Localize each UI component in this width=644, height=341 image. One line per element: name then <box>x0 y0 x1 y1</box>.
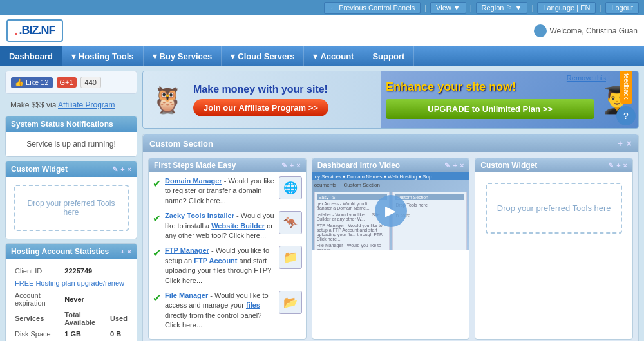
first-steps-remove-icon[interactable]: × <box>296 161 300 170</box>
banner-left-text: Make money with your site! Join our Affi… <box>193 84 328 116</box>
google-plus-btn[interactable]: G+1 <box>57 77 77 88</box>
video-thumbnail[interactable]: uy Services ▾ Domain Names ▾ Web Hosting… <box>312 172 469 250</box>
disk-space-label: Disk Space <box>12 329 61 339</box>
website-builder-link[interactable]: Website Builder <box>211 222 265 230</box>
check-icon: ✔ <box>153 178 161 190</box>
step-zacky-tools: ✔ Zacky Tools Installer - Would you like… <box>153 211 302 241</box>
plan-upgrade-link[interactable]: FREE Hosting plan upgrade/renew <box>12 277 130 289</box>
ftp-account-link[interactable]: FTP Account <box>194 257 237 264</box>
stats-remove-icon[interactable]: × <box>128 248 131 255</box>
hosting-stats-table: Client ID 2225749 FREE Hosting plan upgr… <box>11 264 131 341</box>
step-file-manager: ✔ File Manager - Would you like to acces… <box>153 291 302 331</box>
dashboard-video-widget: Dashboard Intro Video ✎ + × uy Services … <box>312 158 470 340</box>
welcome-text: Welcome, Christina Guan <box>534 24 638 37</box>
custom-widget-main-body: Drop your preferred Tools here <box>475 172 632 244</box>
upgrade-btn[interactable]: UPGRADE to Unlimited Plan >> <box>386 99 594 119</box>
hosting-stats-body: Client ID 2225749 FREE Hosting plan upgr… <box>6 259 137 341</box>
main-nav: Dashboard ▾Hosting Tools ▾Buy Services ▾… <box>0 46 644 66</box>
header: ..BIZ.NF Welcome, Christina Guan <box>0 15 644 46</box>
first-steps-add-icon[interactable]: + <box>290 161 294 170</box>
system-status-body: Service is up and running! <box>6 132 137 156</box>
disk-space-used: 0 B <box>108 329 130 339</box>
view-btn[interactable]: View ▼ <box>430 2 466 14</box>
first-steps-widget: First Steps Made Easy ✎ + × ✔ Domain Man… <box>148 158 307 340</box>
nav-support[interactable]: Support <box>363 46 414 66</box>
hosting-stats-header: Hosting Account Statistics + × <box>6 244 137 259</box>
check-icon-4: ✔ <box>153 292 161 304</box>
custom-section-remove-icon[interactable]: × <box>627 138 632 149</box>
sidebar: 👍 Like 12 G+1 440 Make $$$ via Affiliate… <box>5 71 137 341</box>
previous-panels-btn[interactable]: ← Previous Control Panels <box>324 2 421 14</box>
affiliate-join-btn[interactable]: Join our Affiliate Program >> <box>193 99 328 116</box>
video-edit-icon[interactable]: ✎ <box>444 161 450 170</box>
logout-btn[interactable]: Logout <box>605 2 639 14</box>
col-total: Total Available <box>62 309 106 327</box>
step-domain-manager: ✔ Domain Manager - Would you like to reg… <box>153 176 302 206</box>
affiliate-program-link[interactable]: Affiliate Program <box>58 100 115 109</box>
check-icon-2: ✔ <box>153 212 161 225</box>
video-add-icon[interactable]: + <box>453 161 457 170</box>
nav-account[interactable]: ▾Account <box>304 46 363 66</box>
custom-widget-header: Custom Widget ✎ + × <box>6 161 137 177</box>
zacky-tools-link[interactable]: Zacky Tools Installer <box>165 212 234 219</box>
video-play-btn[interactable]: ▶ <box>375 195 407 227</box>
ftp-manager-icon: 📁 <box>279 246 302 269</box>
ftp-manager-link[interactable]: FTP Manager <box>165 246 209 254</box>
client-id-value: 2225749 <box>62 266 130 276</box>
facebook-like-btn[interactable]: 👍 Like 12 <box>11 77 53 88</box>
system-status-box: System Status Notifications Service is u… <box>5 116 137 157</box>
custom-main-edit-icon[interactable]: ✎ <box>608 161 614 170</box>
custom-section-icons: + × <box>618 138 632 149</box>
domain-manager-icon: 🌐 <box>279 176 302 199</box>
share-count: 440 <box>80 77 101 88</box>
feedback-tab[interactable]: feedback <box>620 71 632 104</box>
step-ftp-manager: ✔ FTP Manager - Would you like to setup … <box>153 246 302 286</box>
hosting-stats-box: Hosting Account Statistics + × Client ID… <box>5 243 137 341</box>
remove-icon[interactable]: × <box>128 165 131 174</box>
expiry-value: Never <box>62 290 130 308</box>
add-icon[interactable]: + <box>120 165 124 174</box>
owl-mascot-icon: 🦉 <box>148 77 187 122</box>
logo: ..BIZ.NF <box>6 19 63 42</box>
feedback-panel: feedback ? <box>616 71 636 125</box>
custom-widget-main-header: Custom Widget ✎ + × <box>475 158 632 172</box>
status-message: Service is up and running! <box>11 137 131 151</box>
language-btn[interactable]: Language | EN <box>537 2 596 14</box>
dashboard-video-body: uy Services ▾ Domain Names ▾ Web Hosting… <box>312 172 469 250</box>
check-icon-3: ✔ <box>153 247 161 259</box>
support-icon[interactable]: ? <box>616 106 636 125</box>
nav-hosting-tools[interactable]: ▾Hosting Tools <box>62 46 144 66</box>
affiliate-promo-text: Make $$$ via Affiliate Program <box>5 98 137 112</box>
nav-buy-services[interactable]: ▾Buy Services <box>144 46 222 66</box>
custom-widget-body: Drop your preferred Tools here <box>6 177 137 239</box>
first-steps-body: ✔ Domain Manager - Would you like to reg… <box>149 172 306 339</box>
domain-manager-link[interactable]: Domain Manager <box>165 177 222 185</box>
remove-this-link[interactable]: Remove this <box>567 74 606 82</box>
files-link[interactable]: files <box>246 301 260 309</box>
first-steps-header: First Steps Made Easy ✎ + × <box>149 158 306 172</box>
first-steps-edit-icon[interactable]: ✎ <box>281 161 287 170</box>
region-btn[interactable]: Region 🏳 ▼ <box>476 2 528 14</box>
custom-main-remove-icon[interactable]: × <box>623 161 627 170</box>
widgets-row: First Steps Made Easy ✎ + × ✔ Domain Man… <box>143 152 638 341</box>
custom-section-add-icon[interactable]: + <box>618 138 623 149</box>
col-services: Services <box>12 309 61 327</box>
custom-widget-box: Custom Widget ✎ + × Drop your preferred … <box>5 161 137 239</box>
custom-section: Custom Section + × First Steps Made Easy… <box>142 134 639 341</box>
main-layout: 👍 Like 12 G+1 440 Make $$$ via Affiliate… <box>0 66 644 341</box>
banner-right-title: Enhance your site now! <box>386 80 594 94</box>
stats-add-icon[interactable]: + <box>120 248 124 255</box>
disk-space-total: 1 GB <box>62 329 106 339</box>
video-remove-icon[interactable]: × <box>460 161 464 170</box>
top-bar: ← Previous Control Panels | View ▼ | Reg… <box>0 0 644 15</box>
file-manager-icon: 📂 <box>279 291 302 314</box>
expiry-label: Account expiration <box>12 290 61 308</box>
nav-cloud-servers[interactable]: ▾Cloud Servers <box>222 46 304 66</box>
custom-widget-main-drop-zone: Drop your preferred Tools here <box>486 183 622 234</box>
file-manager-link[interactable]: File Manager <box>165 291 208 299</box>
nav-dashboard[interactable]: Dashboard <box>0 46 62 66</box>
custom-main-add-icon[interactable]: + <box>616 161 620 170</box>
edit-icon[interactable]: ✎ <box>112 165 118 174</box>
social-bar: 👍 Like 12 G+1 440 <box>5 71 137 94</box>
dashboard-video-header: Dashboard Intro Video ✎ + × <box>312 158 469 172</box>
